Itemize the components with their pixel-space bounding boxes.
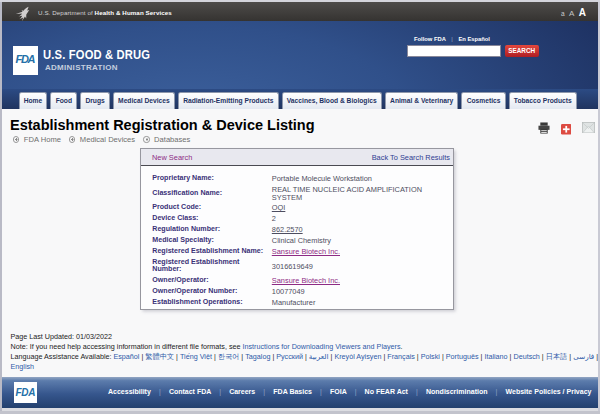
svg-text:FDA: FDA <box>15 53 35 65</box>
svg-text:FDA: FDA <box>16 387 36 398</box>
